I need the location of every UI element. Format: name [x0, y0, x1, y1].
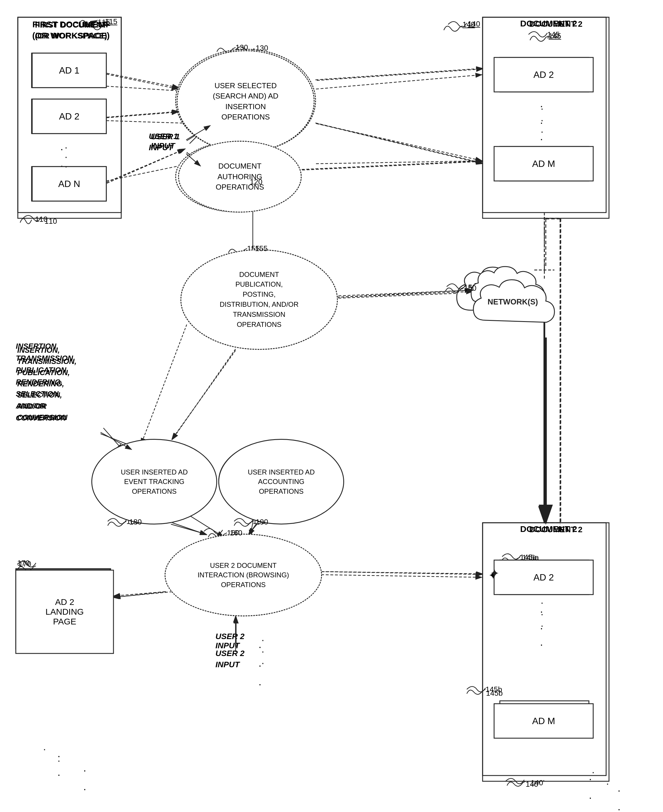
user2-doc-interaction-text: USER 2 DOCUMENTINTERACTION (BROWSING)OPE… [165, 534, 322, 616]
svg-line-53 [302, 161, 483, 170]
ref-170-text: 170 [19, 560, 31, 568]
ref-145-text: 145 [549, 32, 561, 40]
svg-text:·: · [65, 151, 68, 163]
ref-145a-text: 145a [522, 553, 539, 562]
adM-doc2-text: AD M [494, 147, 593, 181]
ad2-landing-text: AD 2LANDINGPAGE [16, 570, 113, 653]
ref-180-text: 180 [129, 518, 142, 526]
svg-line-110 [113, 592, 165, 596]
svg-line-111 [322, 572, 483, 574]
svg-line-31 [316, 161, 483, 164]
svg-line-51 [317, 69, 483, 81]
dots-bottom-3: ··· [259, 638, 261, 693]
squiggle-140prime [506, 778, 529, 788]
dots-bottom-4: ·· [589, 770, 592, 807]
ref-145b-text: 145b [486, 689, 503, 698]
user-inserted-tracking-text: USER INSERTED ADEVENT TRACKINGOPERATIONS [91, 439, 217, 524]
svg-line-108 [171, 524, 206, 534]
svg-rect-38 [483, 17, 609, 218]
doc-authoring-text: DOCUMENTAUTHORINGOPERATIONS [178, 141, 302, 213]
svg-line-62 [172, 349, 236, 440]
squiggle-180 [106, 518, 129, 529]
squiggle-150 [444, 285, 467, 294]
svg-line-93 [107, 112, 179, 117]
svg-line-48 [106, 74, 178, 89]
svg-text:·: · [592, 766, 595, 778]
ad1-text: AD 1 [32, 53, 106, 87]
network-cloud-svg: NETWORK(S) [468, 267, 557, 336]
adN-text: AD N [32, 167, 106, 201]
svg-line-107 [172, 350, 236, 440]
svg-line-94 [107, 149, 185, 183]
ref-110-text: 110 [45, 217, 57, 226]
user2-input-text: USER 2INPUT [215, 648, 244, 670]
ref-140prime-text: 140' [526, 780, 540, 789]
user-inserted-accounting-text: USER INSERTED ADACCOUNTINGOPERATIONS [218, 439, 344, 524]
svg-text:·: · [43, 743, 46, 755]
user1-input-text: USER 1INPUT [149, 131, 178, 153]
svg-text:·: · [65, 141, 68, 153]
svg-line-95 [315, 68, 483, 80]
svg-line-26 [307, 574, 483, 577]
squiggle-145b [466, 686, 488, 697]
doc-pub-text: DOCUMENTPUBLICATION,POSTING,DISTRIBUTION… [180, 249, 338, 350]
squiggle-140 [442, 21, 466, 33]
ref-160-text: 160 [230, 529, 242, 537]
svg-line-96 [315, 123, 483, 163]
svg-rect-3 [483, 17, 606, 213]
svg-line-63 [172, 523, 207, 535]
ref-155-text: 155 [255, 244, 267, 253]
ad2-doc1-text: AD 2 [32, 99, 106, 134]
ref-110: 110 [19, 214, 48, 225]
insertion-text: INSERTION,TRANSMISSION,PUBLICATION,RENDE… [16, 340, 75, 424]
adM-doc2b-text: AD M [494, 704, 593, 738]
network-text: NETWORK(S) [468, 267, 557, 336]
svg-line-50 [106, 149, 184, 183]
dots-doc2-bottom: ··· [540, 603, 543, 653]
doc2-top-title-text: DOCUMENT 2 [494, 19, 618, 29]
svg-line-66 [321, 572, 482, 574]
dots-bottom-2: ·· [83, 761, 86, 799]
ref-130-text: 130 [255, 44, 268, 53]
svg-line-16 [316, 75, 483, 89]
svg-line-24 [141, 325, 187, 445]
svg-line-65 [114, 592, 166, 597]
svg-text:·: · [606, 778, 609, 789]
ad2-doc2-text: AD 2 [494, 57, 593, 92]
doc2-bottom-title-text: DOCUMENT 2 [494, 525, 618, 534]
dots-doc2-top: ··· [540, 98, 543, 147]
squiggle-110 [19, 214, 33, 225]
ref-150-text: 150 [464, 284, 476, 293]
svg-line-17 [316, 123, 483, 161]
svg-text:·: · [261, 657, 264, 669]
ref-190-text: 190 [255, 518, 268, 526]
svg-text:NETWORK(S): NETWORK(S) [487, 298, 538, 306]
dots-bottom-5: ·· [618, 781, 621, 812]
svg-line-25 [112, 592, 172, 597]
svg-line-92 [107, 73, 179, 87]
user-selected-ops-text: USER SELECTED(SEARCH AND) ADINSERTIONOPE… [177, 50, 315, 152]
svg-line-97 [302, 162, 483, 170]
svg-text:·: · [261, 645, 264, 657]
squiggle-190 [233, 518, 255, 529]
svg-line-49 [106, 112, 178, 118]
ref-140-text: 140 [468, 19, 480, 28]
ref-115-text: 115 [105, 17, 117, 26]
ref-120-text: 120 [250, 178, 262, 186]
dots-bottom-1: ·· [57, 747, 60, 784]
ad2-doc2b-text: AD 2 [494, 560, 593, 595]
diagram-container: FIRST DOCUMENT(OR WORKSPACE) 115 AD 1 AD… [0, 0, 663, 812]
svg-text:·: · [261, 634, 264, 646]
svg-line-52 [317, 123, 483, 164]
